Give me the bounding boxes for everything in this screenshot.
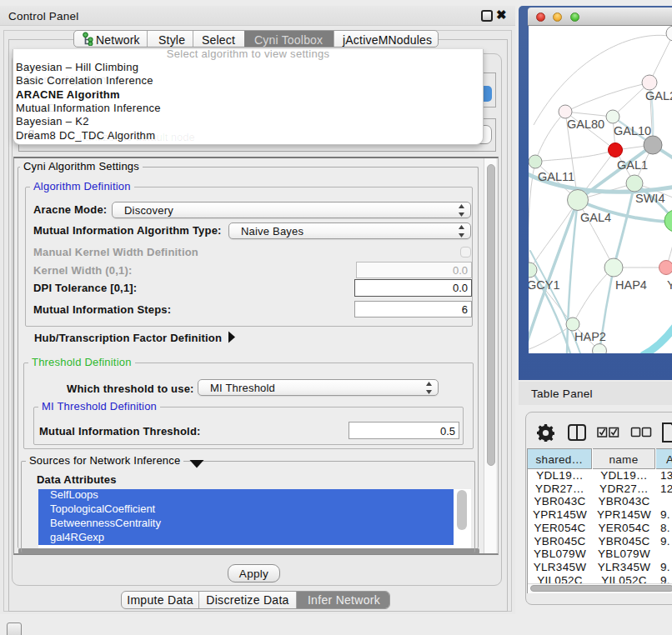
svg-text:GAL4: GAL4 [580,211,611,224]
svg-text:GAL1: GAL1 [617,158,648,172]
svg-text:GCY1: GCY1 [529,278,560,292]
svg-text:SWI4: SWI4 [635,192,664,205]
svg-text:GAL2: GAL2 [645,89,672,102]
svg-text:GAL10: GAL10 [614,124,651,138]
svg-text:HAP4: HAP4 [615,278,647,292]
svg-text:Y: Y [667,278,672,292]
svg-text:GAL80: GAL80 [567,118,604,131]
svg-text:GAL11: GAL11 [538,170,574,183]
svg-text:HAP2: HAP2 [574,330,606,343]
